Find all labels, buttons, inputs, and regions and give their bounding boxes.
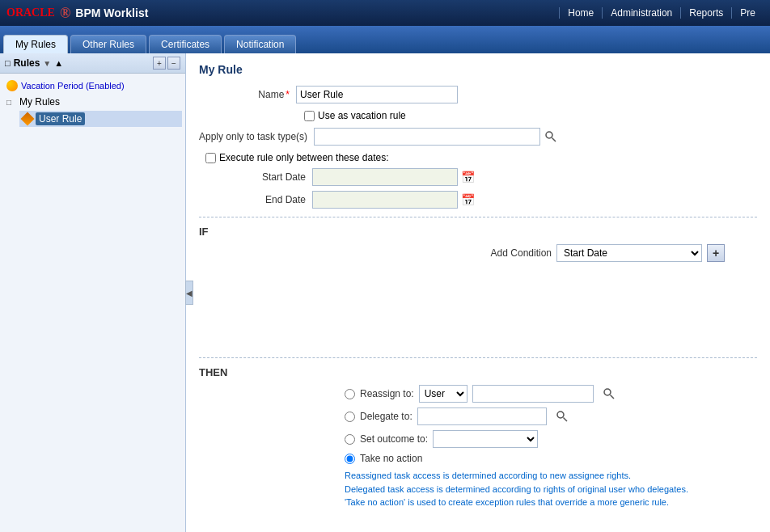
add-condition-button[interactable]: + bbox=[707, 244, 725, 262]
end-date-input[interactable] bbox=[312, 191, 458, 209]
reassign-search-icon[interactable] bbox=[601, 386, 617, 402]
oracle-logo: ORACLE bbox=[6, 6, 55, 19]
delegate-search-icon[interactable] bbox=[554, 408, 570, 424]
panel-title: □ Rules ▼ ▲ bbox=[5, 57, 63, 69]
apply-label: Apply only to task type(s) bbox=[199, 131, 314, 142]
top-header: ORACLE ® BPM Worklist Home Administratio… bbox=[0, 0, 770, 26]
info-line-3: 'Take no action' is used to create excep… bbox=[345, 496, 757, 509]
set-outcome-radio[interactable] bbox=[345, 434, 355, 445]
nav-reports[interactable]: Reports bbox=[680, 7, 731, 19]
svg-point-4 bbox=[557, 412, 564, 418]
panel-controls: + − bbox=[153, 57, 180, 70]
info-line-1: Reassigned task access is determined acc… bbox=[345, 469, 757, 483]
set-outcome-label: Set outcome to: bbox=[360, 433, 428, 445]
nav-administration[interactable]: Administration bbox=[602, 7, 680, 19]
tab-bar: My Rules Other Rules Certificates Notifi… bbox=[0, 26, 770, 53]
my-rules-label[interactable]: My Rules bbox=[19, 96, 60, 108]
if-heading: IF bbox=[199, 226, 757, 238]
ball-icon bbox=[6, 80, 18, 91]
set-outcome-row: Set outcome to: bbox=[345, 430, 757, 448]
tab-notification[interactable]: Notification bbox=[224, 35, 296, 53]
delegate-label: Delegate to: bbox=[360, 411, 412, 422]
collapse-panel-handle[interactable]: ◀ bbox=[185, 281, 193, 305]
svg-line-5 bbox=[563, 418, 567, 422]
collapse-icon[interactable]: □ bbox=[5, 58, 11, 68]
vacation-checkbox[interactable] bbox=[304, 111, 315, 121]
page-title: My Rule bbox=[199, 63, 757, 76]
end-date-calendar-icon[interactable]: 📅 bbox=[459, 192, 476, 208]
apply-row: Apply only to task type(s) bbox=[199, 128, 757, 146]
end-date-row: End Date 📅 bbox=[248, 191, 757, 209]
reassign-value-input[interactable] bbox=[472, 385, 594, 403]
tab-my-rules[interactable]: My Rules bbox=[3, 35, 68, 53]
delegate-value-input[interactable] bbox=[417, 407, 547, 425]
take-no-action-radio[interactable] bbox=[345, 454, 355, 464]
user-rule-label[interactable]: User Rule bbox=[36, 112, 85, 125]
tab-certificates[interactable]: Certificates bbox=[149, 35, 222, 53]
set-outcome-select[interactable] bbox=[433, 430, 538, 448]
svg-line-1 bbox=[552, 138, 556, 142]
diamond-icon bbox=[21, 112, 35, 126]
start-date-input[interactable] bbox=[312, 168, 458, 186]
svg-point-0 bbox=[546, 132, 552, 138]
sort-icon[interactable]: ▼ bbox=[43, 59, 51, 68]
app-title: BPM Worklist bbox=[75, 6, 148, 19]
tab-other-rules[interactable]: Other Rules bbox=[70, 35, 146, 53]
reassign-label: Reassign to: bbox=[360, 388, 414, 399]
condition-select[interactable]: Start Date End Date Priority Title Assig… bbox=[556, 244, 702, 262]
then-section: Reassign to: User Group Role Delegate to… bbox=[199, 385, 757, 509]
then-heading: THEN bbox=[199, 366, 757, 378]
take-no-action-label: Take no action bbox=[360, 453, 422, 464]
task-search-icon[interactable] bbox=[543, 129, 559, 145]
vacation-checkbox-row: Use as vacation rule bbox=[304, 110, 757, 121]
expand-my-rules[interactable]: □ bbox=[6, 98, 16, 107]
start-date-label: Start Date bbox=[248, 171, 312, 183]
start-date-calendar-icon[interactable]: 📅 bbox=[459, 169, 476, 185]
nav-pre[interactable]: Pre bbox=[731, 7, 764, 19]
right-panel: My Rule Name* Use as vacation rule Apply… bbox=[186, 53, 770, 532]
add-condition-label: Add Condition bbox=[491, 247, 552, 259]
reassign-type-select[interactable]: User Group Role bbox=[419, 385, 468, 403]
vacation-period-label[interactable]: Vacation Period (Enabled) bbox=[21, 81, 125, 91]
tree-area: Vacation Period (Enabled) □ My Rules Use… bbox=[0, 74, 185, 532]
execute-rule-row: Execute rule only between these dates: bbox=[199, 152, 757, 163]
tree-my-rules[interactable]: □ My Rules bbox=[3, 95, 182, 109]
execute-rule-checkbox[interactable] bbox=[205, 153, 216, 163]
delegate-radio[interactable] bbox=[345, 412, 355, 422]
main-layout: □ Rules ▼ ▲ + − Vacation Period (Enabled… bbox=[0, 53, 770, 532]
end-date-label: End Date bbox=[248, 194, 312, 205]
tree-user-rule[interactable]: User Rule bbox=[19, 111, 182, 127]
vacation-label: Use as vacation rule bbox=[318, 110, 406, 121]
add-rule-button[interactable]: + bbox=[153, 57, 166, 70]
take-no-action-row: Take no action bbox=[345, 453, 757, 464]
top-nav: Home Administration Reports Pre bbox=[559, 7, 764, 19]
rules-title: Rules bbox=[14, 57, 40, 69]
name-input[interactable] bbox=[296, 86, 458, 103]
info-text-area: Reassigned task access is determined acc… bbox=[345, 469, 757, 509]
execute-rule-label: Execute rule only between these dates: bbox=[219, 152, 388, 163]
delegate-row: Delegate to: bbox=[345, 407, 757, 425]
then-divider bbox=[199, 357, 757, 358]
svg-point-2 bbox=[604, 389, 611, 395]
remove-rule-button[interactable]: − bbox=[167, 57, 180, 70]
condition-row: Add Condition Start Date End Date Priori… bbox=[199, 244, 757, 262]
svg-line-3 bbox=[610, 395, 614, 399]
info-line-2: Delegated task access is determined acco… bbox=[345, 483, 757, 496]
nav-home[interactable]: Home bbox=[559, 7, 602, 19]
name-label: Name* bbox=[199, 89, 296, 100]
if-divider bbox=[199, 217, 757, 217]
name-row: Name* bbox=[199, 86, 757, 103]
name-required: * bbox=[286, 89, 290, 100]
reassign-row: Reassign to: User Group Role bbox=[345, 385, 757, 403]
logo-area: ORACLE ® BPM Worklist bbox=[6, 5, 148, 22]
expand-icon[interactable]: ▲ bbox=[54, 58, 63, 68]
left-panel: □ Rules ▼ ▲ + − Vacation Period (Enabled… bbox=[0, 53, 186, 532]
apply-input[interactable] bbox=[314, 128, 540, 146]
start-date-row: Start Date 📅 bbox=[248, 168, 757, 186]
panel-header: □ Rules ▼ ▲ + − bbox=[0, 53, 185, 74]
tree-vacation-period[interactable]: Vacation Period (Enabled) bbox=[3, 78, 182, 93]
reassign-radio[interactable] bbox=[345, 389, 355, 399]
if-content-area bbox=[199, 268, 757, 349]
